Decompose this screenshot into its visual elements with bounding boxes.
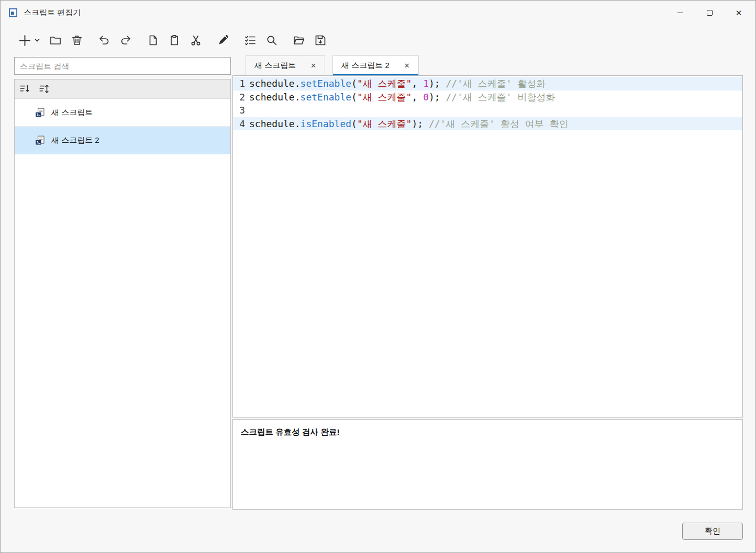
script-item-label: 새 스크립트 bbox=[51, 108, 93, 118]
copy-button[interactable] bbox=[142, 29, 163, 51]
output-panel: 스크립트 유효성 검사 완료! bbox=[232, 419, 743, 510]
editor-tab[interactable]: 새 스크립트 2✕ bbox=[332, 55, 419, 75]
paste-icon bbox=[168, 34, 181, 47]
scissors-icon bbox=[190, 34, 202, 47]
script-list-item[interactable]: 새 스크립트 2 bbox=[15, 127, 230, 154]
line-number: 4 bbox=[238, 117, 245, 131]
script-list: 새 스크립트새 스크립트 2 bbox=[15, 99, 230, 154]
checklist-icon bbox=[244, 34, 257, 47]
code-line[interactable]: 3 bbox=[233, 104, 742, 117]
pen-icon bbox=[217, 34, 229, 47]
maximize-icon bbox=[707, 10, 713, 16]
cut-button[interactable] bbox=[185, 29, 206, 51]
code-editor[interactable]: 1schedule.setEnable("새 스케줄", 1); //'새 스케… bbox=[232, 75, 743, 417]
close-icon: ✕ bbox=[736, 9, 742, 17]
script-item-label: 새 스크립트 2 bbox=[51, 136, 99, 145]
tab-close-icon[interactable]: ✕ bbox=[404, 62, 410, 70]
folder-open-icon bbox=[293, 34, 305, 47]
script-sidebar: 새 스크립트새 스크립트 2 bbox=[14, 79, 231, 508]
title-bar: 스크립트 편집기 ✕ bbox=[1, 1, 755, 25]
tab-bar: 새 스크립트✕새 스크립트 2✕ bbox=[232, 55, 419, 75]
script-file-icon bbox=[35, 135, 46, 146]
copy-icon bbox=[147, 34, 159, 47]
code-text: schedule.setEnable("새 스케줄", 0); //'새 스케줄… bbox=[249, 91, 555, 104]
plus-icon bbox=[18, 33, 32, 48]
line-number: 3 bbox=[238, 104, 245, 117]
add-script-button[interactable] bbox=[14, 29, 45, 51]
trash-icon bbox=[71, 34, 83, 47]
validate-button[interactable] bbox=[240, 29, 261, 51]
script-file-icon bbox=[35, 107, 46, 118]
folder-icon bbox=[49, 34, 62, 47]
save-button[interactable] bbox=[310, 29, 331, 51]
sort-up-down-icon bbox=[38, 83, 50, 95]
output-message: 스크립트 유효성 검사 완료! bbox=[241, 427, 340, 436]
save-icon bbox=[314, 34, 327, 47]
sort-down-button[interactable] bbox=[17, 81, 32, 97]
folder-button[interactable] bbox=[45, 29, 66, 51]
code-text: schedule.isEnabled("새 스케줄"); //'새 스케줄' 활… bbox=[249, 117, 569, 131]
magnifier-icon bbox=[265, 34, 278, 47]
ok-button[interactable]: 확인 bbox=[682, 523, 743, 540]
redo-icon bbox=[119, 34, 132, 47]
caret-down-icon bbox=[35, 38, 40, 42]
script-list-item[interactable]: 새 스크립트 bbox=[15, 99, 230, 127]
close-button[interactable]: ✕ bbox=[724, 1, 753, 25]
open-button[interactable] bbox=[288, 29, 309, 51]
toolbar bbox=[14, 28, 331, 53]
tab-label: 새 스크립트 2 bbox=[341, 61, 390, 71]
redo-button[interactable] bbox=[115, 29, 136, 51]
script-editor-window: 스크립트 편집기 ✕ 새 스크립트새 스크립트 2 새 스크립트✕새 스크립트 … bbox=[0, 0, 756, 553]
code-text: schedule.setEnable("새 스케줄", 1); //'새 스케줄… bbox=[249, 77, 546, 91]
maximize-button[interactable] bbox=[695, 1, 724, 25]
sort-down-icon bbox=[19, 83, 30, 95]
paste-button[interactable] bbox=[164, 29, 185, 51]
window-controls: ✕ bbox=[665, 1, 753, 25]
code-line[interactable]: 4schedule.isEnabled("새 스케줄"); //'새 스케줄' … bbox=[233, 117, 742, 131]
line-number: 2 bbox=[238, 91, 245, 104]
sort-up-down-button[interactable] bbox=[36, 81, 52, 97]
script-search-input[interactable] bbox=[14, 57, 231, 75]
tab-close-icon[interactable]: ✕ bbox=[310, 62, 316, 70]
window-title: 스크립트 편집기 bbox=[24, 8, 81, 18]
tab-label: 새 스크립트 bbox=[254, 61, 296, 71]
minimize-icon bbox=[677, 13, 683, 13]
rename-button[interactable] bbox=[213, 29, 234, 51]
editor-tab[interactable]: 새 스크립트✕ bbox=[246, 55, 325, 75]
app-icon bbox=[8, 7, 18, 18]
delete-button[interactable] bbox=[66, 29, 87, 51]
code-line[interactable]: 1schedule.setEnable("새 스케줄", 1); //'새 스케… bbox=[233, 77, 742, 91]
code-line[interactable]: 2schedule.setEnable("새 스케줄", 0); //'새 스케… bbox=[233, 91, 742, 104]
sort-toolbar bbox=[15, 80, 230, 99]
undo-icon bbox=[98, 34, 110, 47]
minimize-button[interactable] bbox=[665, 1, 695, 25]
undo-button[interactable] bbox=[94, 29, 115, 51]
search-button[interactable] bbox=[261, 29, 282, 51]
line-number: 1 bbox=[238, 77, 245, 91]
